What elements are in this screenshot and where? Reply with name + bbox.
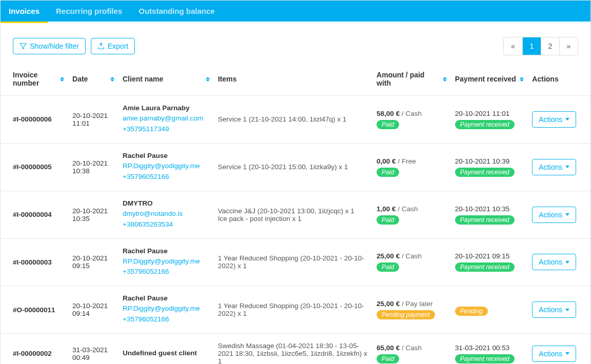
payment-date: 20-10-2021 09:15 (455, 252, 524, 260)
tab-recurring[interactable]: Recurring profiles (48, 1, 130, 22)
table-row: #O-0000001120-10-2021 09:14Rachel PauseR… (1, 286, 590, 334)
cell-actions: Actions (528, 334, 590, 364)
amount-value: 25,00 € (377, 252, 400, 260)
table-row: #I-0000000320-10-2021 09:15Rachel PauseR… (1, 238, 590, 286)
payment-badge: Payment received (455, 168, 515, 177)
client-email-link[interactable]: RP.Diggity@yodiggity.me (123, 161, 210, 172)
client-name: DMYTRO (123, 199, 210, 207)
chevron-down-icon (565, 352, 569, 355)
export-button-label: Export (108, 42, 128, 50)
client-name: Amie Laura Parnaby (123, 104, 210, 112)
cell-amount: 0,00 € / FreePaid (372, 143, 451, 191)
export-button[interactable]: Export (91, 38, 135, 54)
actions-button[interactable]: Actions (532, 346, 576, 362)
chevron-down-icon (565, 309, 569, 311)
amount-value: 1,00 € (377, 205, 396, 213)
cell-payment-received: 31-03-2021 00:53Payment received (451, 334, 528, 364)
actions-button[interactable]: Actions (532, 159, 576, 175)
actions-button-label: Actions (539, 350, 562, 358)
client-email-link[interactable]: RP.Diggity@yodiggity.me (123, 304, 210, 314)
cell-date: 20-10-2021 11:01 (68, 96, 119, 144)
amount-value: 25,00 € (377, 300, 400, 308)
paid-with: / Cash (400, 252, 422, 260)
client-phone-link[interactable]: +380635263534 (123, 219, 210, 230)
client-email-link[interactable]: amie.parnaby@gmail.com (123, 113, 210, 124)
tab-invoices[interactable]: Invoices (1, 1, 48, 22)
client-email-link[interactable]: dmytro@notando.is (123, 209, 210, 219)
page-first[interactable]: « (504, 37, 522, 55)
cell-client: DMYTROdmytro@notando.is+380635263534 (119, 191, 214, 238)
payment-date: 20-10-2021 10:39 (455, 157, 524, 165)
tab-outstanding[interactable]: Outstanding balance (130, 1, 223, 22)
status-badge: Paid (377, 120, 399, 129)
cell-items: Swedish Massage (01-04-2021 18:30 - 13-0… (214, 334, 372, 364)
cell-date: 20-10-2021 10:35 (68, 191, 119, 238)
th-label: Date (72, 75, 88, 83)
th-client-name[interactable]: Client name (119, 66, 214, 96)
cell-items: Service 1 (20-10-2021 15:00, 1iizka9y) x… (214, 143, 372, 191)
client-phone-link[interactable]: +35795117349 (123, 124, 210, 135)
actions-button-label: Actions (539, 306, 562, 314)
status-badge: Paid (377, 215, 399, 225)
th-actions: Actions (528, 66, 590, 96)
cell-actions: Actions (528, 238, 590, 286)
page-last[interactable]: » (559, 37, 578, 55)
table-row: #I-0000000231-03-2021 00:49Undefined gue… (1, 334, 590, 364)
status-badge: Pending payment (377, 310, 435, 319)
amount-value: 65,00 € (377, 344, 400, 352)
actions-button-label: Actions (539, 258, 562, 266)
client-phone-link[interactable]: +35796052166 (123, 267, 210, 277)
paid-with: / Pay later (400, 300, 433, 308)
cell-actions: Actions (528, 191, 590, 238)
export-icon (97, 43, 105, 50)
cell-date: 20-10-2021 09:15 (68, 238, 119, 286)
page-1[interactable]: 1 (522, 37, 541, 55)
payment-date: 20-10-2021 11:01 (455, 110, 524, 117)
chevron-down-icon (565, 213, 569, 216)
cell-date: 31-03-2021 00:49 (68, 334, 119, 364)
invoices-table: Invoice number Date Client name (1, 66, 590, 364)
sort-icon (60, 77, 64, 82)
payment-date: 20-10-2021 10:35 (455, 205, 524, 213)
actions-button-label: Actions (539, 115, 562, 124)
cell-invoice-number: #O-00000011 (1, 286, 68, 334)
th-label: Client name (123, 75, 163, 83)
cell-date: 20-10-2021 09:14 (68, 286, 119, 334)
cell-payment-received: 20-10-2021 10:39Payment received (451, 143, 528, 191)
th-date[interactable]: Date (68, 66, 119, 96)
amount-value: 58,00 € (377, 110, 400, 117)
th-amount[interactable]: Amount / paid with (372, 66, 451, 96)
actions-button[interactable]: Actions (532, 111, 576, 128)
table-row: #I-0000000520-10-2021 10:38Rachel PauseR… (1, 143, 590, 191)
tabs-bar: Invoices Recurring profiles Outstanding … (1, 1, 590, 22)
th-invoice-number[interactable]: Invoice number (1, 66, 68, 96)
th-payment-received[interactable]: Payment received (451, 66, 528, 96)
payment-badge: Payment received (455, 215, 515, 225)
cell-payment-received: 20-10-2021 09:15Payment received (451, 238, 528, 286)
cell-amount: 25,00 € / CashPaid (372, 238, 451, 286)
funnel-icon (19, 43, 27, 50)
th-label: Amount / paid with (377, 71, 440, 87)
cell-items: Service 1 (21-10-2021 14:00, 1iizl47q) x… (214, 96, 372, 144)
actions-button-label: Actions (539, 163, 562, 171)
actions-button[interactable]: Actions (532, 301, 576, 318)
client-phone-link[interactable]: +35796052166 (123, 314, 210, 325)
chevron-down-icon (565, 261, 569, 264)
client-name: Undefined guest client (123, 349, 210, 357)
client-email-link[interactable]: RP.Diggity@yodiggity.me (123, 256, 210, 267)
page-2[interactable]: 2 (541, 37, 559, 55)
sort-icon (206, 77, 210, 82)
filter-button[interactable]: Show/hide filter (13, 38, 86, 54)
cell-items: Vaccine J&J (20-10-2021 13:00, 1iizjcqc)… (214, 191, 372, 238)
table-row: #I-0000000420-10-2021 10:35DMYTROdmytro@… (1, 191, 590, 238)
amount-value: 0,00 € (377, 157, 396, 165)
cell-invoice-number: #I-00000003 (1, 238, 68, 286)
client-name: Rachel Pause (123, 247, 210, 255)
actions-button[interactable]: Actions (532, 207, 576, 223)
pagination: « 1 2 » (503, 37, 578, 55)
client-phone-link[interactable]: +35796052166 (123, 172, 210, 183)
th-label: Actions (532, 75, 558, 83)
sort-icon (520, 77, 524, 82)
payment-badge: Pending (455, 307, 488, 316)
actions-button[interactable]: Actions (532, 254, 576, 270)
